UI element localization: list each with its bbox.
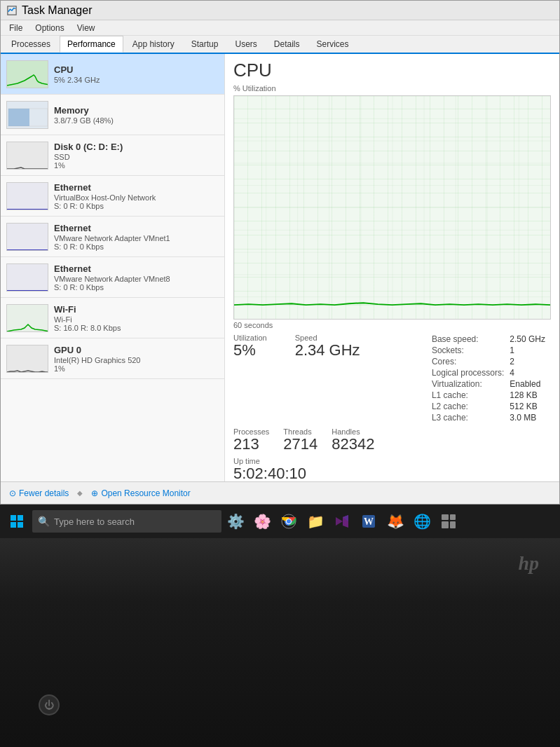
uptime-section: Up time 5:02:40:10 [233,457,551,482]
resource-item-gpu[interactable]: GPU 0 Intel(R) HD Graphics 520 1% [1,338,224,379]
ethernet3-thumbnail [6,263,48,292]
fewer-details-link[interactable]: ⊙ Fewer details [9,488,69,498]
specs-section: Base speed: 2.50 GHz Sockets: 1 Cores: 2 [432,334,551,423]
tab-startup[interactable]: Startup [184,36,226,53]
power-icon: ⏻ [44,699,54,711]
gpu-name: GPU 0 [54,345,219,355]
open-resource-monitor-label: Open Resource Monitor [101,488,190,498]
gpu-detail: 1% [54,364,219,373]
taskbar-icon-settings[interactable]: ⚙️ [223,509,248,534]
power-button-area: ⏻ [35,691,63,719]
resource-item-cpu[interactable]: CPU 5% 2.34 GHz [1,54,224,95]
resource-item-memory[interactable]: Memory 3.8/7.9 GB (48%) [1,95,224,135]
seconds-label: 60 seconds [233,321,551,329]
task-manager-window: Task Manager File Options View Processes… [0,0,560,505]
title-bar-title: Task Manager [22,4,93,17]
disk-detail: 1% [54,161,219,170]
disk-sub: SSD [54,153,219,161]
virtualization-label: Virtualization: [432,378,510,390]
tab-app-history[interactable]: App history [125,36,182,53]
resource-item-ethernet1[interactable]: Ethernet VirtualBox Host-Only Network S:… [1,176,224,217]
bottom-bar: ⊙ Fewer details ◆ ⊕ Open Resource Monito… [1,481,559,504]
processes-stat: Processes 213 [233,427,269,453]
taskbar-icon-chrome2[interactable]: 🌐 [409,509,435,534]
processes-stat-value: 213 [233,436,269,453]
tab-processes[interactable]: Processes [4,36,58,53]
taskbar-icon-taskview[interactable] [436,509,461,534]
resource-item-disk[interactable]: Disk 0 (C: D: E:) SSD 1% [1,135,224,176]
cpu-sub: 5% 2.34 GHz [54,76,219,84]
memory-sub: 3.8/7.9 GB (48%) [54,116,219,125]
sockets-value: 1 [510,345,551,356]
cores-value: 2 [510,356,551,367]
cpu-graph [233,95,551,320]
ethernet2-sub: VMware Network Adapter VMnet1 [54,234,219,242]
tab-services[interactable]: Services [309,36,357,53]
svg-rect-4 [8,109,29,126]
tab-performance[interactable]: Performance [60,36,123,53]
resource-item-ethernet3[interactable]: Ethernet VMware Network Adapter VMnet8 S… [1,257,224,298]
cpu-info: CPU 5% 2.34 GHz [54,64,219,84]
utilization-label: % Utilization [233,84,551,92]
l2-value: 512 KB [510,401,551,412]
open-resource-monitor-link[interactable]: ⊕ Open Resource Monitor [91,488,190,498]
gpu-info: GPU 0 Intel(R) HD Graphics 520 1% [54,345,219,373]
ethernet1-sub: VirtualBox Host-Only Network [54,193,219,202]
ethernet1-thumbnail [6,182,48,210]
taskbar-icon-folder[interactable]: 📁 [303,509,328,534]
l3-value: 3.0 MB [510,412,551,423]
cpu-name: CPU [54,64,219,75]
resource-item-ethernet2[interactable]: Ethernet VMware Network Adapter VMnet1 S… [1,217,224,257]
svg-rect-12 [11,515,16,521]
menu-view[interactable]: View [71,22,101,34]
sockets-label: Sockets: [432,345,510,356]
handles-stat: Handles 82342 [332,427,374,453]
utilization-stat-value: 5% [233,342,267,359]
taskbar-icon-chrome[interactable] [276,509,301,534]
monitor-icon: ⊕ [91,488,98,498]
virtualization-value: Enabled [510,378,551,390]
svg-text:W: W [364,516,374,527]
base-speed-label: Base speed: [432,334,510,345]
wifi-name: Wi-Fi [54,304,219,315]
fewer-details-label: Fewer details [19,488,69,498]
taskbar-icon-word[interactable]: W [356,509,381,534]
search-icon: 🔍 [38,516,50,527]
ethernet2-name: Ethernet [54,223,219,233]
svg-rect-7 [7,224,48,251]
power-button[interactable]: ⏻ [39,694,60,715]
search-bar[interactable]: 🔍 Type here to search [32,510,221,533]
svg-rect-6 [7,183,48,210]
menu-file[interactable]: File [4,22,28,34]
ethernet3-name: Ethernet [54,263,219,274]
tab-details[interactable]: Details [266,36,308,53]
wifi-sub: Wi-Fi [54,315,219,324]
stats-row-2: Processes 213 Threads 2714 Handles 82342 [233,427,551,453]
taskbar-icon-vs[interactable] [329,509,355,534]
svg-rect-27 [442,521,449,528]
tabs-bar: Processes Performance App history Startu… [1,36,559,54]
title-bar: Task Manager [1,1,559,20]
tab-users[interactable]: Users [227,36,264,53]
menu-options[interactable]: Options [29,22,69,34]
svg-rect-28 [450,521,456,528]
gpu-sub: Intel(R) HD Graphics 520 [54,356,219,364]
wifi-detail: S: 16.0 R: 8.0 Kbps [54,324,219,332]
cpu-detail-title: CPU [233,60,551,81]
taskbar-icon-flower[interactable]: 🌸 [250,509,275,534]
ethernet1-info: Ethernet VirtualBox Host-Only Network S:… [54,182,219,210]
wifi-info: Wi-Fi Wi-Fi S: 16.0 R: 8.0 Kbps [54,304,219,332]
svg-rect-25 [442,514,449,520]
svg-rect-8 [7,264,48,292]
ethernet1-detail: S: 0 R: 0 Kbps [54,202,219,210]
start-button[interactable] [3,507,31,535]
resource-item-wifi[interactable]: Wi-Fi Wi-Fi S: 16.0 R: 8.0 Kbps [1,298,224,338]
memory-name: Memory [54,105,219,116]
ethernet2-detail: S: 0 R: 0 Kbps [54,242,219,251]
taskbar-icon-firefox[interactable]: 🦊 [383,509,408,534]
ethernet2-info: Ethernet VMware Network Adapter VMnet1 S… [54,223,219,251]
svg-rect-13 [18,515,23,521]
threads-stat-value: 2714 [283,436,317,453]
disk-thumbnail [6,142,48,170]
ethernet1-name: Ethernet [54,182,219,193]
